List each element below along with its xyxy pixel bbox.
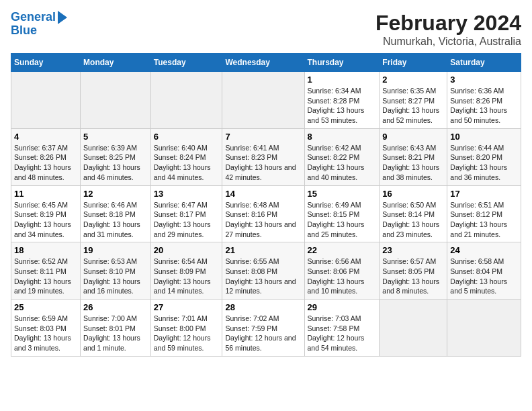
calendar-cell: 24Sunrise: 6:58 AM Sunset: 8:04 PM Dayli…: [447, 242, 521, 300]
day-detail: Sunrise: 6:47 AM Sunset: 8:17 PM Dayligh…: [154, 200, 220, 240]
day-number: 3: [450, 75, 518, 85]
day-detail: Sunrise: 6:46 AM Sunset: 8:18 PM Dayligh…: [83, 200, 148, 240]
calendar-cell: 9Sunrise: 6:43 AM Sunset: 8:21 PM Daylig…: [380, 128, 447, 185]
calendar-cell: [11, 72, 81, 129]
calendar-cell: 16Sunrise: 6:50 AM Sunset: 8:14 PM Dayli…: [380, 185, 447, 242]
calendar-cell: 27Sunrise: 7:01 AM Sunset: 8:00 PM Dayli…: [150, 300, 222, 357]
day-detail: Sunrise: 6:50 AM Sunset: 8:14 PM Dayligh…: [382, 200, 444, 240]
calendar-cell: 17Sunrise: 6:51 AM Sunset: 8:12 PM Dayli…: [447, 185, 521, 242]
calendar-cell: [222, 72, 304, 129]
calendar-cell: [150, 72, 222, 129]
day-number: 21: [225, 245, 301, 255]
day-number: 6: [154, 132, 220, 142]
calendar-cell: 3Sunrise: 6:36 AM Sunset: 8:26 PM Daylig…: [447, 72, 521, 129]
column-header-tuesday: Tuesday: [150, 54, 222, 72]
calendar-week-row: 25Sunrise: 6:59 AM Sunset: 8:03 PM Dayli…: [11, 300, 521, 357]
calendar-table: SundayMondayTuesdayWednesdayThursdayFrid…: [11, 53, 521, 357]
day-number: 19: [83, 245, 148, 255]
day-number: 27: [154, 302, 220, 312]
day-detail: Sunrise: 6:34 AM Sunset: 8:28 PM Dayligh…: [308, 86, 377, 126]
day-number: 1: [308, 75, 377, 85]
day-detail: Sunrise: 6:59 AM Sunset: 8:03 PM Dayligh…: [14, 314, 77, 353]
calendar-cell: 18Sunrise: 6:52 AM Sunset: 8:11 PM Dayli…: [11, 242, 81, 300]
column-header-monday: Monday: [81, 54, 151, 72]
day-number: 2: [382, 75, 444, 85]
day-number: 18: [14, 245, 77, 255]
day-number: 26: [83, 302, 148, 312]
calendar-week-row: 18Sunrise: 6:52 AM Sunset: 8:11 PM Dayli…: [11, 242, 521, 300]
logo: General Blue: [11, 11, 67, 38]
day-number: 9: [382, 132, 444, 142]
header: General Blue February 2024 Numurkah, Vic…: [11, 11, 521, 48]
day-detail: Sunrise: 6:41 AM Sunset: 8:23 PM Dayligh…: [225, 143, 301, 183]
calendar-cell: 13Sunrise: 6:47 AM Sunset: 8:17 PM Dayli…: [150, 185, 222, 242]
calendar-cell: 6Sunrise: 6:40 AM Sunset: 8:24 PM Daylig…: [150, 128, 222, 185]
day-number: 24: [450, 245, 518, 255]
calendar-week-row: 4Sunrise: 6:37 AM Sunset: 8:26 PM Daylig…: [11, 128, 521, 185]
day-detail: Sunrise: 6:49 AM Sunset: 8:15 PM Dayligh…: [308, 200, 377, 240]
day-number: 22: [308, 245, 377, 255]
day-detail: Sunrise: 6:48 AM Sunset: 8:16 PM Dayligh…: [225, 200, 301, 240]
day-detail: Sunrise: 6:51 AM Sunset: 8:12 PM Dayligh…: [450, 200, 518, 240]
calendar-cell: 22Sunrise: 6:56 AM Sunset: 8:06 PM Dayli…: [304, 242, 380, 300]
day-detail: Sunrise: 7:01 AM Sunset: 8:00 PM Dayligh…: [154, 314, 220, 353]
calendar-cell: 20Sunrise: 6:54 AM Sunset: 8:09 PM Dayli…: [150, 242, 222, 300]
logo-arrow-icon: [58, 11, 67, 24]
day-detail: Sunrise: 7:00 AM Sunset: 8:01 PM Dayligh…: [83, 314, 148, 353]
calendar-cell: [380, 300, 447, 357]
calendar-cell: 10Sunrise: 6:44 AM Sunset: 8:20 PM Dayli…: [447, 128, 521, 185]
calendar-week-row: 11Sunrise: 6:45 AM Sunset: 8:19 PM Dayli…: [11, 185, 521, 242]
day-detail: Sunrise: 6:58 AM Sunset: 8:04 PM Dayligh…: [450, 257, 518, 296]
day-detail: Sunrise: 6:52 AM Sunset: 8:11 PM Dayligh…: [14, 257, 77, 296]
day-number: 11: [14, 189, 77, 199]
day-detail: Sunrise: 6:44 AM Sunset: 8:20 PM Dayligh…: [450, 143, 518, 183]
day-number: 7: [225, 132, 301, 142]
day-number: 5: [83, 132, 148, 142]
day-detail: Sunrise: 6:54 AM Sunset: 8:09 PM Dayligh…: [154, 257, 220, 296]
column-header-wednesday: Wednesday: [222, 54, 304, 72]
calendar-cell: 11Sunrise: 6:45 AM Sunset: 8:19 PM Dayli…: [11, 185, 81, 242]
day-number: 12: [83, 189, 148, 199]
day-detail: Sunrise: 6:35 AM Sunset: 8:27 PM Dayligh…: [382, 86, 444, 126]
calendar-cell: 14Sunrise: 6:48 AM Sunset: 8:16 PM Dayli…: [222, 185, 304, 242]
day-number: 10: [450, 132, 518, 142]
day-detail: Sunrise: 6:55 AM Sunset: 8:08 PM Dayligh…: [225, 257, 301, 296]
calendar-header-row: SundayMondayTuesdayWednesdayThursdayFrid…: [11, 54, 521, 72]
page-subtitle: Numurkah, Victoria, Australia: [375, 36, 521, 48]
day-number: 29: [308, 302, 377, 312]
calendar-cell: [447, 300, 521, 357]
calendar-cell: 2Sunrise: 6:35 AM Sunset: 8:27 PM Daylig…: [380, 72, 447, 129]
calendar-cell: 21Sunrise: 6:55 AM Sunset: 8:08 PM Dayli…: [222, 242, 304, 300]
day-detail: Sunrise: 6:40 AM Sunset: 8:24 PM Dayligh…: [154, 143, 220, 183]
calendar-cell: 7Sunrise: 6:41 AM Sunset: 8:23 PM Daylig…: [222, 128, 304, 185]
calendar-cell: 28Sunrise: 7:02 AM Sunset: 7:59 PM Dayli…: [222, 300, 304, 357]
day-detail: Sunrise: 6:37 AM Sunset: 8:26 PM Dayligh…: [14, 143, 77, 183]
calendar-week-row: 1Sunrise: 6:34 AM Sunset: 8:28 PM Daylig…: [11, 72, 521, 129]
day-number: 25: [14, 302, 77, 312]
day-number: 14: [225, 189, 301, 199]
day-number: 16: [382, 189, 444, 199]
day-detail: Sunrise: 6:39 AM Sunset: 8:25 PM Dayligh…: [83, 143, 148, 183]
day-number: 4: [14, 132, 77, 142]
calendar-cell: 1Sunrise: 6:34 AM Sunset: 8:28 PM Daylig…: [304, 72, 380, 129]
calendar-cell: 8Sunrise: 6:42 AM Sunset: 8:22 PM Daylig…: [304, 128, 380, 185]
calendar-cell: 23Sunrise: 6:57 AM Sunset: 8:05 PM Dayli…: [380, 242, 447, 300]
title-block: February 2024 Numurkah, Victoria, Austra…: [375, 11, 521, 48]
calendar-cell: 19Sunrise: 6:53 AM Sunset: 8:10 PM Dayli…: [81, 242, 151, 300]
calendar-cell: 4Sunrise: 6:37 AM Sunset: 8:26 PM Daylig…: [11, 128, 81, 185]
calendar-cell: 25Sunrise: 6:59 AM Sunset: 8:03 PM Dayli…: [11, 300, 81, 357]
calendar-cell: [81, 72, 151, 129]
day-detail: Sunrise: 7:03 AM Sunset: 7:58 PM Dayligh…: [308, 314, 377, 353]
day-detail: Sunrise: 6:43 AM Sunset: 8:21 PM Dayligh…: [382, 143, 444, 183]
day-detail: Sunrise: 6:36 AM Sunset: 8:26 PM Dayligh…: [450, 86, 518, 126]
day-detail: Sunrise: 6:53 AM Sunset: 8:10 PM Dayligh…: [83, 257, 148, 296]
column-header-friday: Friday: [380, 54, 447, 72]
calendar-cell: 15Sunrise: 6:49 AM Sunset: 8:15 PM Dayli…: [304, 185, 380, 242]
page-title: February 2024: [375, 11, 521, 36]
logo-text: General: [11, 11, 56, 24]
day-number: 20: [154, 245, 220, 255]
day-number: 23: [382, 245, 444, 255]
column-header-thursday: Thursday: [304, 54, 380, 72]
day-detail: Sunrise: 6:56 AM Sunset: 8:06 PM Dayligh…: [308, 257, 377, 296]
day-number: 28: [225, 302, 301, 312]
